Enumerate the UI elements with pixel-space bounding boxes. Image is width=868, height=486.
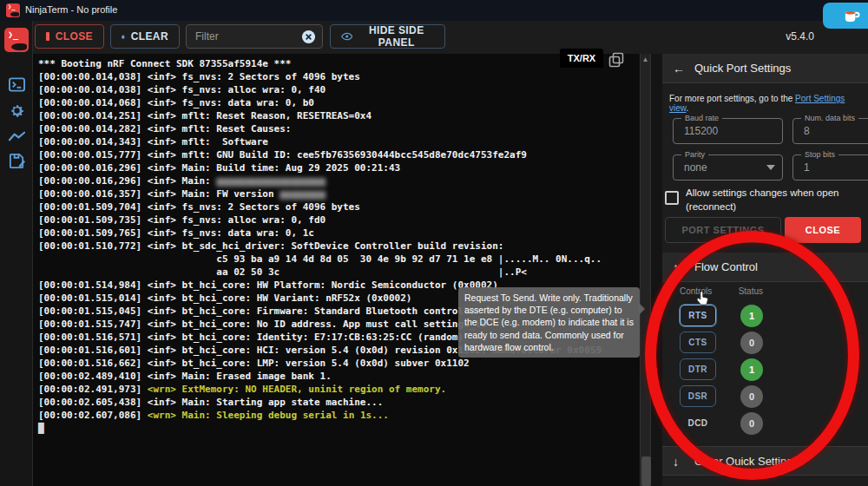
flow-control-dtr-button[interactable]: DTR xyxy=(680,358,716,380)
app-logo-icon xyxy=(6,3,20,17)
toolbar: CLOSE CLEAR HIDE SIDE PANEL v5.4.0 xyxy=(33,21,868,54)
flow-control-rts-button[interactable]: RTS xyxy=(680,305,716,326)
right-side-panel: ← Quick Port Settings For more port sett… xyxy=(662,54,868,486)
scroll-up-arrow-icon[interactable]: ▲ xyxy=(641,54,650,66)
baud-rate-label: Baud rate xyxy=(681,114,722,122)
terminal-pane[interactable]: *** Booting nRF Connect SDK 87355af5914e… xyxy=(33,54,640,486)
terminal-line: aa 02 50 3c |..P< xyxy=(38,266,640,279)
terminal-line: [00:00:01.510,772] <inf> bt_sdc_hci_driv… xyxy=(38,240,640,253)
other-quick-settings-header[interactable]: ↓ Other Quick Settings xyxy=(662,446,868,476)
flow-control-cts-button[interactable]: CTS xyxy=(680,332,716,353)
status-column-header: Status xyxy=(739,286,763,296)
hide-side-panel-label: HIDE SIDE PANEL xyxy=(358,24,434,49)
collapse-arrow-icon[interactable]: ↑ xyxy=(673,253,679,282)
terminal-scrollbar[interactable]: ▲ xyxy=(640,54,651,486)
terminal-line: [00:00:00.014,251] <inf> mflt: Reset Rea… xyxy=(38,109,640,122)
reconnect-setting-row: Allow settings changes when open (reconn… xyxy=(665,186,865,213)
terminal-line: *** Booting nRF Connect SDK 87355af5914e… xyxy=(38,57,640,70)
filter-input[interactable] xyxy=(195,25,291,48)
panel-divider xyxy=(651,54,662,486)
flow-control-header[interactable]: ↑ Flow Control xyxy=(662,253,868,282)
terminal-line: [00:00:00.014,343] <inf> mflt: Software xyxy=(38,135,640,148)
terminal-line: [00:00:02.607,086] <wrn> Main: Sleeping … xyxy=(38,409,640,422)
left-sidebar xyxy=(0,21,33,486)
num-data-bits-value[interactable]: 8 xyxy=(793,119,868,143)
flow-control-row: RTS1 xyxy=(680,302,763,329)
baud-rate-field[interactable]: Baud rate 115200 xyxy=(673,118,783,144)
flow-status-dtr: 1 xyxy=(740,358,763,381)
terminal-line: [00:00:00.016,296] <inf> Main: Build tim… xyxy=(38,161,640,174)
terminal-line: [00:00:00.014,282] <inf> mflt: Reset Cau… xyxy=(38,122,640,135)
controls-column-header: Controls xyxy=(680,286,712,296)
flow-control-row: DCD0 xyxy=(680,410,763,437)
buy-me-a-coffee-button[interactable] xyxy=(823,3,868,29)
clear-filter-icon[interactable] xyxy=(301,30,316,44)
terminal-line: [00:00:02.489,410] <inf> Main: Erased im… xyxy=(38,370,640,383)
quick-port-settings-title: Quick Port Settings xyxy=(694,54,791,83)
terminal-line: [00:00:00.014,038] <inf> fs_nvs: 2 Secto… xyxy=(38,70,640,83)
terminal-line: c5 93 ba a9 14 4d 8d 05 30 4e 9b 92 d7 7… xyxy=(38,253,640,266)
logging-icon[interactable] xyxy=(9,153,25,169)
coffee-cup-icon xyxy=(844,8,860,23)
panel-close-button[interactable]: CLOSE xyxy=(785,217,861,243)
hide-side-panel-button[interactable]: HIDE SIDE PANEL xyxy=(330,24,445,49)
expand-arrow-icon[interactable]: ↓ xyxy=(673,447,679,476)
hint-period: . xyxy=(686,103,688,113)
terminal-line: [00:00:00.014,068] <inf> fs_nvs: data wr… xyxy=(38,96,640,109)
pane-label-txrx: TX/RX xyxy=(560,49,603,68)
scrollbar-thumb[interactable] xyxy=(641,456,651,486)
flow-status-rts: 1 xyxy=(740,305,763,327)
flow-control-row: CTS0 xyxy=(680,329,763,356)
copy-button[interactable] xyxy=(608,52,624,68)
close-port-button[interactable]: CLOSE xyxy=(35,24,104,49)
clear-terminal-button[interactable]: CLEAR xyxy=(110,24,180,49)
flow-control-title: Flow Control xyxy=(694,253,758,282)
allow-settings-label: Allow settings changes when open (reconn… xyxy=(686,186,855,213)
flow-control-column-headers: Controls Status xyxy=(680,286,763,296)
flow-status-cts: 0 xyxy=(740,332,763,354)
terminal-line: [00:00:01.509,704] <inf> fs_nvs: 2 Secto… xyxy=(38,200,640,213)
close-button-label: CLOSE xyxy=(56,30,93,43)
flow-control-dcd-label: DCD xyxy=(680,418,716,428)
settings-gear-icon[interactable] xyxy=(9,102,25,119)
terminal-line: [00:00:00.015,777] <inf> mflt: GNU Build… xyxy=(38,148,640,161)
flow-control-dsr-button[interactable]: DSR xyxy=(680,385,716,407)
trash-icon xyxy=(122,30,125,43)
hint-text: For more port settings, go to the xyxy=(669,94,795,103)
terminal-line: [00:00:02.491,973] <wrn> ExtMemory: NO H… xyxy=(38,383,640,396)
baud-rate-value[interactable]: 115200 xyxy=(674,119,782,143)
terminal-line: [00:00:00.014,038] <inf> fs_nvs: alloc w… xyxy=(38,83,640,96)
terminal-line: [00:00:02.605,438] <inf> Main: Starting … xyxy=(38,396,640,409)
flow-control-row: DTR1 xyxy=(680,356,763,383)
window-title: NinjaTerm - No profile xyxy=(25,4,117,15)
filter-field xyxy=(186,24,323,49)
clear-button-label: CLEAR xyxy=(131,30,168,43)
flow-status-dsr: 0 xyxy=(740,385,763,408)
terminal-line: █ xyxy=(38,422,640,435)
other-quick-settings-title: Other Quick Settings xyxy=(694,447,799,476)
graphing-icon[interactable] xyxy=(9,128,25,145)
flow-status-dcd: 0 xyxy=(740,412,763,435)
terminal-line: [00:00:01.509,735] <inf> fs_nvs: alloc w… xyxy=(38,213,640,227)
tooltip-arrow xyxy=(639,303,645,315)
title-bar: NinjaTerm - No profile – xyxy=(0,0,868,21)
port-settings-button[interactable]: PORT SETTINGS xyxy=(665,217,781,243)
parity-select[interactable]: Parity none xyxy=(673,154,783,181)
terminal-line: [00:00:00.016,296] <inf> Main: ▆▆▆▆▆▆▆▆▆… xyxy=(38,174,640,187)
num-data-bits-field[interactable]: Num. data bits 8 xyxy=(792,118,868,144)
terminal-line: [00:00:00.016,357] <inf> Main: FW versio… xyxy=(38,187,640,200)
stop-bits-value[interactable]: 1 xyxy=(793,155,868,180)
allow-settings-checkbox[interactable] xyxy=(665,191,679,205)
terminal-tab-icon[interactable] xyxy=(9,76,25,93)
terminal-line: [00:00:01.516,662] <inf> bt_hci_core: LM… xyxy=(38,357,640,370)
stop-bits-field[interactable]: Stop bits 1 xyxy=(792,154,868,181)
stop-bits-label: Stop bits xyxy=(801,150,838,159)
flow-control-row: DSR0 xyxy=(680,383,763,410)
app-version: v5.4.0 xyxy=(786,30,814,43)
back-arrow-icon[interactable]: ← xyxy=(673,54,685,83)
num-data-bits-label: Num. data bits xyxy=(801,114,858,122)
port-settings-hint: For more port settings, go to the Port S… xyxy=(669,94,864,113)
copy-icon xyxy=(608,52,624,68)
chevron-down-icon xyxy=(766,165,775,170)
quick-port-settings-header[interactable]: ← Quick Port Settings xyxy=(662,54,868,83)
